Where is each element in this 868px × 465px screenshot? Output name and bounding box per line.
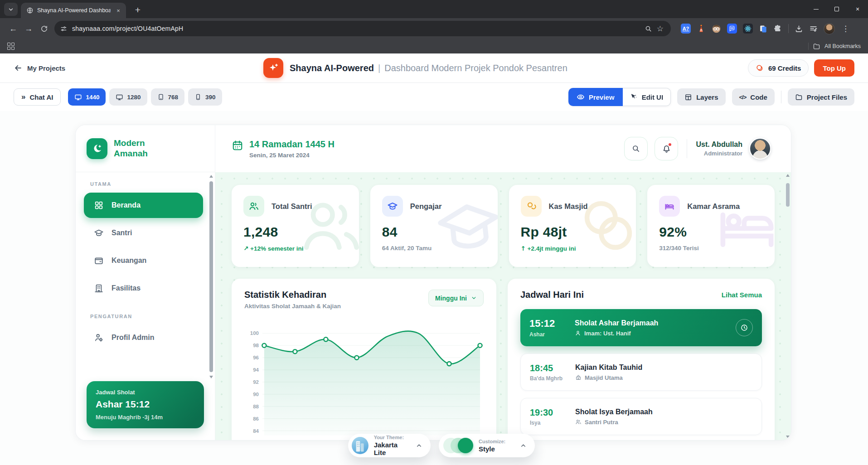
svg-text:86: 86 xyxy=(253,416,259,421)
site-info-icon[interactable] xyxy=(60,25,68,33)
schedule-item-ashar[interactable]: 15:12 Ashar Sholat Ashar Berjamaah Imam:… xyxy=(520,309,762,346)
svg-text:100: 100 xyxy=(250,330,259,336)
code-button[interactable]: </> Code xyxy=(732,88,775,106)
forward-icon[interactable]: → xyxy=(21,21,36,36)
project-files-button[interactable]: Project Files xyxy=(788,88,854,106)
shayna-logo-icon xyxy=(263,58,283,78)
customize-pill[interactable]: Customize: Style xyxy=(439,434,535,457)
sidebar-item-beranda[interactable]: Beranda xyxy=(84,193,203,218)
chat-bubble-extension-icon[interactable] xyxy=(727,24,737,34)
downloads-icon[interactable] xyxy=(795,24,803,33)
schedule-item-kajian[interactable]: 18:45 Ba'da Mghrb Kajian Kitab Tauhid Ma… xyxy=(520,354,762,391)
credits-pill[interactable]: 69 Credits xyxy=(748,59,809,77)
style-toggle[interactable] xyxy=(443,438,473,453)
address-bar[interactable]: shaynaaa.com/project/OU4atOemApH ☆ xyxy=(54,21,671,36)
window-maximize-button[interactable] xyxy=(826,0,847,18)
svg-text:94: 94 xyxy=(253,367,259,373)
chat-ai-button[interactable]: » Chat AI xyxy=(14,88,61,106)
media-controls-icon[interactable] xyxy=(809,24,818,33)
browser-toolbar: ← → shaynaaa.com/project/OU4atOemApH ☆ A… xyxy=(0,18,868,39)
bookmarks-bar: All Bookmarks xyxy=(0,39,868,53)
theme-thumbnail-icon xyxy=(352,437,369,454)
browser-tab[interactable]: Shayna AI-Powered Dashboard × xyxy=(21,3,126,18)
preview-tab[interactable]: Preview xyxy=(568,88,623,106)
viewport-768-button[interactable]: 768 xyxy=(151,88,185,106)
url-text[interactable]: shaynaaa.com/project/OU4atOemApH xyxy=(72,25,183,32)
window-minimize-button[interactable] xyxy=(805,0,826,18)
sidebar-item-keuangan[interactable]: Keuangan xyxy=(84,248,203,273)
browser-menu-dots-icon[interactable]: ⋮ xyxy=(841,25,850,33)
back-label: My Projects xyxy=(27,64,65,72)
sidebar-scroll-thumb[interactable] xyxy=(209,181,213,372)
extensions-row: A? xyxy=(681,23,850,34)
avatar-face-extension-icon[interactable] xyxy=(712,24,721,34)
sidebar-item-profil-admin[interactable]: Profil Admin xyxy=(84,325,203,350)
back-to-projects[interactable]: My Projects xyxy=(14,63,65,73)
trend-up-icon: ↗ xyxy=(243,245,248,252)
zoom-lens-icon[interactable] xyxy=(645,25,652,33)
window-close-button[interactable]: × xyxy=(847,0,868,18)
user-role: Administrator xyxy=(696,150,742,157)
translate-extension-icon[interactable]: A? xyxy=(681,24,691,34)
new-tab-button[interactable]: + xyxy=(131,4,144,16)
clipboard-extension-icon[interactable] xyxy=(759,24,767,33)
moon-logo-icon xyxy=(87,138,107,159)
stat-card-kamar-asrama: Kamar Asrama 92% 312/340 Terisi xyxy=(647,185,775,267)
extensions-puzzle-icon[interactable] xyxy=(773,24,782,33)
main-scroll-thumb[interactable] xyxy=(786,183,790,207)
hijri-date: 14 Ramadan 1445 H xyxy=(249,139,335,150)
today-schedule-card: Jadwal Hari Ini Lihat Semua 15:12 Ashar xyxy=(508,279,775,440)
theme-pill[interactable]: Your Theme: Jakarta Lite xyxy=(348,434,431,457)
svg-text:92: 92 xyxy=(253,379,259,385)
browser-chrome: Shayna AI-Powered Dashboard × + × ← → sh… xyxy=(0,0,868,53)
mosque-icon xyxy=(575,374,582,381)
svg-text:96: 96 xyxy=(253,355,259,360)
notification-dot xyxy=(668,142,672,147)
bookmarks-folder-icon xyxy=(813,43,820,50)
stat-card-pengajar: Pengajar 84 64 Aktif, 20 Tamu xyxy=(370,185,498,267)
globe-favicon-icon xyxy=(26,7,34,14)
people-icon xyxy=(243,196,264,217)
browser-profile-avatar[interactable] xyxy=(824,23,835,34)
brand-name: Shayna AI-Powered xyxy=(290,63,374,73)
dashboard-sidebar: Modern Amanah UTAMA Beranda Santri Keuan… xyxy=(76,125,215,440)
main-scrollbar[interactable] xyxy=(785,173,790,439)
credits-count: 69 Credits xyxy=(768,64,801,72)
section-label-utama: UTAMA xyxy=(90,181,215,187)
lighthouse-extension-icon[interactable] xyxy=(697,24,706,33)
search-button[interactable] xyxy=(624,137,648,160)
reload-icon[interactable] xyxy=(36,21,52,36)
apps-grid-icon[interactable] xyxy=(7,43,15,50)
see-all-link[interactable]: Lihat Semua xyxy=(722,291,762,299)
attendance-chart-card: Statistik Kehadiran Aktivitas Sholat Jam… xyxy=(232,279,496,440)
schedule-title: Jadwal Hari Ini xyxy=(520,290,584,300)
sidebar-scrollbar[interactable] xyxy=(209,174,214,379)
tab-strip: Shayna AI-Powered Dashboard × + × xyxy=(0,0,868,18)
viewport-390-button[interactable]: 390 xyxy=(188,88,222,106)
back-icon[interactable]: ← xyxy=(5,21,21,36)
chevron-up-icon[interactable] xyxy=(416,442,422,449)
sidebar-item-santri[interactable]: Santri xyxy=(84,220,203,246)
chart-range-select[interactable]: Minggu Ini xyxy=(428,290,484,306)
react-extension-icon[interactable] xyxy=(743,24,753,34)
sidebar-item-fasilitas[interactable]: Fasilitas xyxy=(84,276,203,301)
svg-text:98: 98 xyxy=(253,343,259,348)
stat-card-kas-masjid: Kas Masjid Rp 48jt ↑ +2.4jt minggu ini xyxy=(509,185,636,267)
layers-button[interactable]: Layers xyxy=(677,88,725,106)
notifications-button[interactable] xyxy=(655,137,678,160)
arrow-up-icon: ↑ xyxy=(521,245,526,252)
viewport-1440-button[interactable]: 1440 xyxy=(68,88,106,106)
edit-ui-tab[interactable]: Edit UI xyxy=(623,88,671,106)
viewport-1280-button[interactable]: 1280 xyxy=(109,88,147,106)
tab-search-chevron-icon[interactable] xyxy=(4,3,18,16)
user-name: Ust. Abdullah xyxy=(696,140,742,149)
bookmark-star-icon[interactable]: ☆ xyxy=(657,25,664,33)
schedule-item-isya[interactable]: 19:30 Isya Sholat Isya Berjamaah Santri … xyxy=(520,398,762,435)
user-avatar[interactable] xyxy=(749,138,771,160)
prayer-countdown-card: Jadwal Sholat Ashar 15:12 Menuju Maghrib… xyxy=(87,381,204,428)
tab-close-icon[interactable]: × xyxy=(114,6,122,15)
top-up-button[interactable]: Top Up xyxy=(814,59,854,77)
chevron-up-icon[interactable] xyxy=(520,442,527,449)
all-bookmarks-label[interactable]: All Bookmarks xyxy=(824,43,861,49)
dashboard-content: Total Santri 1,248 ↗ +12% semester ini P… xyxy=(215,172,791,440)
